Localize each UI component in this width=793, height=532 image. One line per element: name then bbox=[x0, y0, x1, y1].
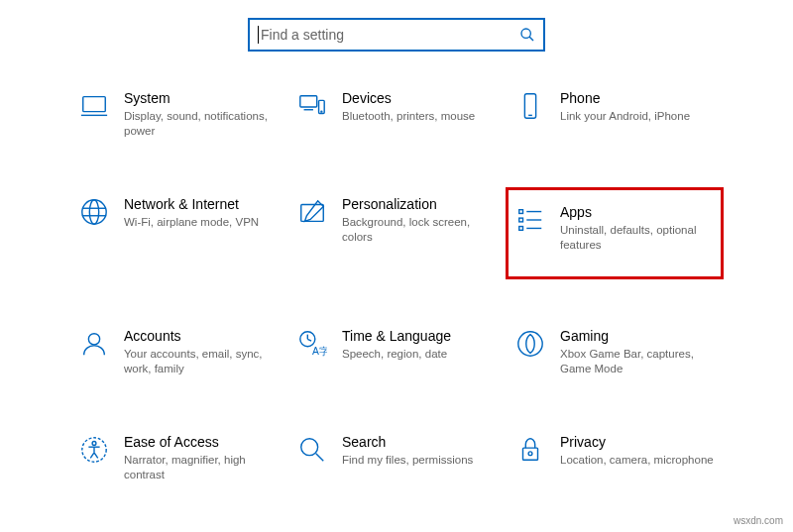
text-cursor bbox=[258, 26, 259, 44]
tile-network[interactable]: Network & Internet Wi-Fi, airplane mode,… bbox=[69, 187, 287, 279]
apps-icon bbox=[514, 204, 546, 236]
svg-rect-17 bbox=[519, 226, 523, 230]
tile-system[interactable]: System Display, sound, notifications, po… bbox=[69, 81, 287, 148]
svg-line-32 bbox=[94, 452, 98, 458]
tile-text: Ease of Access Narrator, magnifier, high… bbox=[124, 434, 279, 482]
tile-title: Network & Internet bbox=[124, 196, 259, 212]
tile-text: Privacy Location, camera, microphone bbox=[560, 434, 714, 468]
privacy-icon bbox=[514, 434, 546, 466]
gaming-icon bbox=[514, 328, 546, 360]
svg-point-21 bbox=[88, 333, 99, 344]
svg-rect-35 bbox=[523, 448, 538, 460]
search-container bbox=[0, 0, 793, 81]
tile-title: Privacy bbox=[560, 434, 714, 450]
tile-text: Accounts Your accounts, email, sync, wor… bbox=[124, 328, 279, 376]
tile-title: Ease of Access bbox=[124, 434, 279, 450]
tile-phone[interactable]: Phone Link your Android, iPhone bbox=[506, 81, 724, 148]
search-icon bbox=[519, 27, 535, 43]
network-icon bbox=[78, 196, 110, 228]
tile-title: Phone bbox=[560, 90, 690, 106]
svg-point-28 bbox=[92, 441, 96, 445]
tile-time-language[interactable]: A字 Time & Language Speech, region, date bbox=[287, 319, 506, 385]
tile-gaming[interactable]: Gaming Xbox Game Bar, captures, Game Mod… bbox=[506, 319, 724, 385]
attribution-text: wsxdn.com bbox=[734, 515, 783, 526]
tile-text: Search Find my files, permissions bbox=[342, 434, 473, 468]
tile-ease-of-access[interactable]: Ease of Access Narrator, magnifier, high… bbox=[69, 425, 287, 491]
tile-title: Search bbox=[342, 434, 473, 450]
tile-desc: Link your Android, iPhone bbox=[560, 109, 690, 124]
tile-title: Devices bbox=[342, 90, 475, 106]
tile-text: System Display, sound, notifications, po… bbox=[124, 90, 279, 139]
tile-desc: Narrator, magnifier, high contrast bbox=[124, 453, 279, 482]
tile-desc: Background, lock screen, colors bbox=[342, 215, 497, 245]
search-box[interactable] bbox=[248, 18, 545, 52]
svg-point-33 bbox=[301, 438, 318, 455]
tile-desc: Wi-Fi, airplane mode, VPN bbox=[124, 215, 259, 230]
tile-personalization[interactable]: Personalization Background, lock screen,… bbox=[287, 187, 506, 279]
svg-point-11 bbox=[89, 200, 98, 224]
svg-line-31 bbox=[90, 452, 94, 458]
tile-title: Gaming bbox=[560, 328, 715, 344]
tile-desc: Xbox Game Bar, captures, Game Mode bbox=[560, 347, 715, 376]
svg-point-36 bbox=[528, 452, 532, 456]
search-input[interactable] bbox=[261, 27, 519, 43]
svg-point-10 bbox=[82, 200, 106, 224]
tile-title: Apps bbox=[560, 204, 715, 220]
svg-rect-15 bbox=[519, 210, 523, 214]
tile-title: Personalization bbox=[342, 196, 497, 212]
svg-text:A字: A字 bbox=[312, 346, 327, 357]
tile-desc: Find my files, permissions bbox=[342, 453, 473, 468]
tile-text: Network & Internet Wi-Fi, airplane mode,… bbox=[124, 196, 259, 230]
svg-line-24 bbox=[307, 339, 311, 341]
tile-text: Time & Language Speech, region, date bbox=[342, 328, 451, 362]
svg-rect-14 bbox=[301, 204, 324, 221]
tile-desc: Uninstall, defaults, optional features bbox=[560, 223, 715, 253]
svg-rect-4 bbox=[300, 96, 317, 107]
tile-accounts[interactable]: Accounts Your accounts, email, sync, wor… bbox=[69, 319, 287, 385]
tile-text: Phone Link your Android, iPhone bbox=[560, 90, 690, 124]
tile-desc: Location, camera, microphone bbox=[560, 453, 714, 468]
time-language-icon: A字 bbox=[296, 328, 328, 360]
search-category-icon bbox=[296, 434, 328, 466]
svg-point-0 bbox=[521, 29, 530, 38]
tile-text: Devices Bluetooth, printers, mouse bbox=[342, 90, 475, 124]
system-icon bbox=[78, 90, 110, 122]
svg-line-1 bbox=[529, 37, 533, 41]
tile-text: Gaming Xbox Game Bar, captures, Game Mod… bbox=[560, 328, 715, 376]
settings-grid: System Display, sound, notifications, po… bbox=[0, 81, 793, 532]
accounts-icon bbox=[78, 328, 110, 360]
tile-desc: Speech, region, date bbox=[342, 347, 451, 362]
tile-search[interactable]: Search Find my files, permissions bbox=[287, 425, 506, 491]
svg-line-34 bbox=[316, 453, 324, 461]
tile-desc: Bluetooth, printers, mouse bbox=[342, 109, 475, 124]
tile-devices[interactable]: Devices Bluetooth, printers, mouse bbox=[287, 81, 506, 148]
devices-icon bbox=[296, 90, 328, 122]
tile-title: System bbox=[124, 90, 279, 106]
tile-privacy[interactable]: Privacy Location, camera, microphone bbox=[506, 425, 724, 491]
tile-desc: Your accounts, email, sync, work, family bbox=[124, 347, 279, 376]
tile-text: Personalization Background, lock screen,… bbox=[342, 196, 497, 245]
tile-title: Accounts bbox=[124, 328, 279, 344]
tile-apps[interactable]: Apps Uninstall, defaults, optional featu… bbox=[506, 187, 724, 279]
phone-icon bbox=[514, 90, 546, 122]
svg-rect-2 bbox=[83, 97, 106, 112]
tile-title: Time & Language bbox=[342, 328, 451, 344]
tile-desc: Display, sound, notifications, power bbox=[124, 109, 279, 139]
svg-rect-16 bbox=[519, 218, 523, 222]
tile-text: Apps Uninstall, defaults, optional featu… bbox=[560, 204, 715, 253]
svg-point-6 bbox=[321, 111, 322, 112]
ease-of-access-icon bbox=[78, 434, 110, 466]
svg-rect-8 bbox=[524, 94, 535, 118]
personalization-icon bbox=[296, 196, 328, 228]
